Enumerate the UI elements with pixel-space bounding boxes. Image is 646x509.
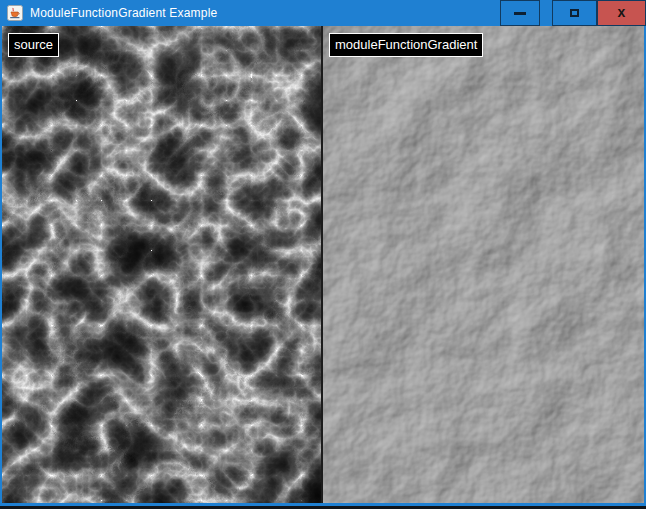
module-function-gradient-label: moduleFunctionGradient <box>329 33 483 57</box>
maximize-button[interactable] <box>552 0 597 26</box>
source-image-panel: source <box>2 26 321 503</box>
module-function-gradient-image-panel: moduleFunctionGradient <box>323 26 644 503</box>
titlebar[interactable]: ModuleFunctionGradient Example x <box>0 0 646 26</box>
java-coffee-cup-icon <box>7 5 23 21</box>
maximize-square-icon <box>570 9 579 17</box>
app-window: ModuleFunctionGradient Example x <box>0 0 646 509</box>
window-controls: x <box>500 0 646 26</box>
minimize-dash-icon <box>514 12 526 15</box>
close-x-icon: x <box>618 5 626 19</box>
close-button[interactable]: x <box>597 0 646 26</box>
content-area: source <box>0 26 646 503</box>
module-function-gradient-noise-image <box>323 26 644 503</box>
source-label: source <box>8 33 59 57</box>
window-title: ModuleFunctionGradient Example <box>30 6 217 20</box>
minimize-button[interactable] <box>500 0 540 26</box>
source-noise-image <box>2 26 321 503</box>
